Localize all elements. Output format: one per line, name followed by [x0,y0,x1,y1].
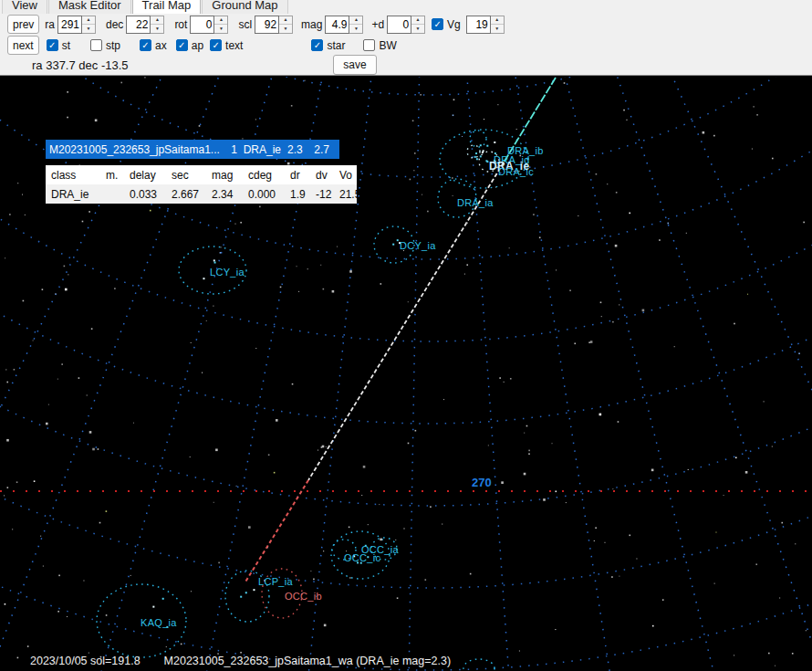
radiant-label-dra_ia: DRA_ia [457,197,494,208]
status-filename: M20231005_232653_jpSaitama1_wa (DRA_ie m… [164,655,451,667]
cell-sec: 2.667 [166,188,206,201]
ax-checkbox[interactable] [140,39,151,51]
spin-down-icon[interactable]: ▼ [349,25,362,33]
text-checkbox[interactable] [210,39,222,51]
plus-d-spinner[interactable]: ▲▼ [411,16,425,34]
spin-down-icon[interactable]: ▼ [279,25,292,33]
col-sec: sec [166,169,206,182]
vg-input[interactable] [466,16,491,34]
spin-up-icon[interactable]: ▲ [151,16,163,26]
scl-label: scl [238,18,252,31]
cell-dv: -12 [310,188,338,201]
controls-row-1: prev ra ▲▼ dec ▲▼ rot ▲▼ scl ▲▼ mag ▲▼ +… [7,15,506,34]
status-bar: 2023/10/05 sol=191.8 M20231005_232653_jp… [30,655,451,667]
radiant-label-dra_ic: DRA_ic [498,166,534,177]
save-button[interactable]: save [333,55,377,75]
mag-label: mag [301,18,322,31]
cell-dr: 1.9 [285,188,310,201]
col-dr: dr [285,169,310,182]
app-window: View Mask Editor Trail Map Ground Map pr… [0,0,812,671]
observation-filename: M20231005_232653_jpSaitama1... [49,143,226,156]
cell-mag: 2.34 [206,188,243,201]
observation-shower: DRA_ie [242,143,283,156]
mag-spinner[interactable]: ▲▼ [349,16,363,34]
stp-label: stp [106,39,120,52]
rot-spinner[interactable]: ▲▼ [214,16,228,34]
spin-up-icon[interactable]: ▲ [214,16,227,26]
plus-d-input[interactable] [387,16,411,34]
stp-checkbox[interactable] [90,39,102,51]
st-label: st [62,39,70,52]
st-checkbox[interactable] [47,39,58,51]
spin-up-icon[interactable]: ▲ [491,16,504,26]
mag-input[interactable] [325,16,349,34]
ra-input[interactable] [57,16,82,34]
dec-input[interactable] [126,16,151,34]
ra-spinner[interactable]: ▲▼ [82,16,96,34]
radiant-label-lcp_ia: LCP_ia [258,576,293,587]
spin-down-icon[interactable]: ▼ [151,25,163,33]
grid-longitude-label: 270 [472,476,492,489]
spin-up-icon[interactable]: ▲ [411,16,424,26]
rot-label: rot [174,18,187,31]
tab-trail-map[interactable]: Trail Map [132,0,202,14]
bw-label: BW [379,39,396,52]
radiant-label-kaq_ia: KAQ_ia [141,617,177,628]
spin-down-icon[interactable]: ▼ [411,25,424,33]
vg-checkbox[interactable] [432,18,443,30]
spin-down-icon[interactable]: ▼ [82,25,95,33]
ax-label: ax [155,39,167,52]
spin-up-icon[interactable]: ▲ [349,16,362,26]
status-date-sol: 2023/10/05 sol=191.8 [30,655,141,667]
selected-observation-row[interactable]: M20231005_232653_jpSaitama1... 1 DRA_ie … [46,140,339,159]
spin-up-icon[interactable]: ▲ [82,16,95,26]
cell-delay: 0.033 [124,188,166,201]
ap-checkbox[interactable] [176,39,188,51]
cell-cdeg: 0.000 [243,188,285,201]
star-label: star [327,39,345,52]
radiant-label-occ_ib: OCC_ib [285,591,322,602]
col-dv: dv [310,169,338,182]
ap-label: ap [192,39,203,52]
scl-spinner[interactable]: ▲▼ [279,16,293,34]
trail-map-canvas[interactable]: DRA_ibDRA_idDRA_ieDRA_icDRA_iaDCY_iaLCY_… [0,77,812,671]
spin-down-icon[interactable]: ▼ [214,25,227,33]
col-m: m. [100,169,124,182]
spin-down-icon[interactable]: ▼ [491,25,504,33]
vg-label: Vg [447,18,461,31]
observation-count: 1 [226,143,242,156]
controls-row-2: next st stp ax ap text star BW [7,36,397,55]
vg-spinner[interactable]: ▲▼ [491,16,505,34]
tab-ground-map[interactable]: Ground Map [202,0,287,14]
radiant-label-dcy_ia: DCY_ia [400,240,436,251]
dec-spinner[interactable]: ▲▼ [151,16,164,34]
spin-up-icon[interactable]: ▲ [279,16,292,26]
table-row[interactable]: DRA_ie 0.033 2.667 2.34 0.000 1.9 -12 21… [46,184,357,204]
ra-dec-readout: ra 337.7 dec -13.5 [32,58,129,72]
radiant-label-lcy_ia: LCY_ia [210,267,245,278]
tab-mask-editor[interactable]: Mask Editor [48,0,131,14]
table-header-row: class m. delay sec mag cdeg dr dv Vo [46,165,357,184]
prev-button[interactable]: prev [7,15,39,34]
controls-row-3: ra 337.7 dec -13.5 save [7,55,805,76]
classification-table: class m. delay sec mag cdeg dr dv Vo DRA… [46,165,357,204]
cell-vo: 21.5 [338,188,357,201]
bw-checkbox[interactable] [363,39,375,51]
text-label: text [225,39,243,52]
scl-input[interactable] [255,16,279,34]
col-mag: mag [206,169,243,182]
col-cdeg: cdeg [243,169,285,182]
radiant-label-occ_ic: OCC_ic [344,552,380,563]
observation-duration: 2.7 [307,143,336,156]
col-class: class [46,169,100,182]
tab-bar: View Mask Editor Trail Map Ground Map [2,0,289,14]
rot-input[interactable] [190,16,214,34]
cell-class: DRA_ie [46,188,100,201]
tab-view[interactable]: View [2,0,47,14]
dec-label: dec [106,18,123,31]
observation-mag: 2.3 [283,143,307,156]
star-checkbox[interactable] [311,39,323,51]
col-vo: Vo [338,169,357,182]
col-delay: delay [124,169,166,182]
next-button[interactable]: next [7,36,39,55]
